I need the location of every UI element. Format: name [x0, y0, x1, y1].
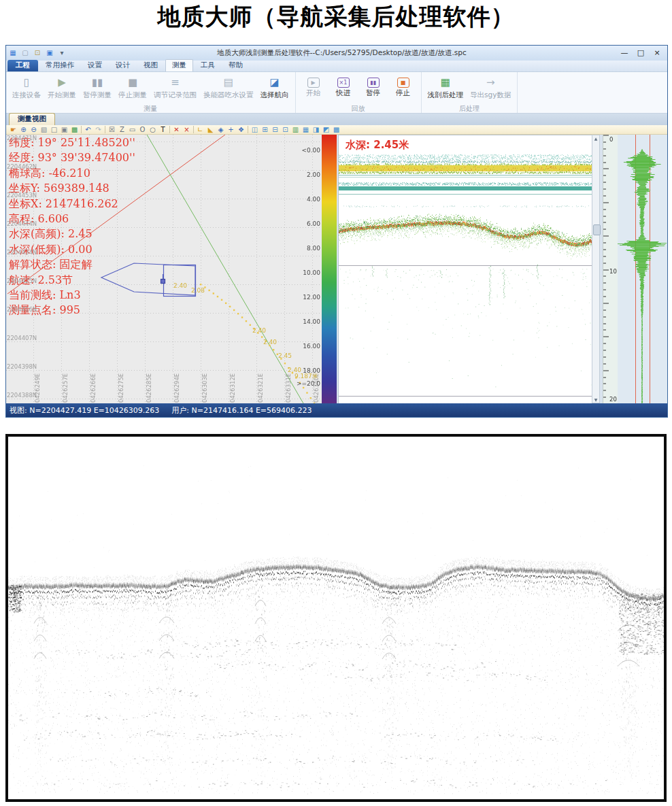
measure-angle-icon[interactable]: ∟ [195, 125, 205, 134]
layout-right-icon[interactable]: ◨ [311, 125, 321, 134]
draw-o-icon[interactable]: O [137, 125, 148, 134]
ruler-label: 10 [609, 268, 617, 275]
scroll-down-icon[interactable]: ▼ [592, 397, 599, 402]
quick-access-toolbar: ▦▢⊡▣▾ [6, 48, 67, 58]
zoom-in-icon[interactable]: ⊕ [18, 125, 29, 134]
map-view[interactable]: 纬度: 19° 25'11.48520'' 经度: 93° 39'39.4740… [6, 135, 322, 403]
ribbon-button-连接设备: ▯连接设备 [9, 73, 44, 101]
open-file-icon[interactable]: ⊡ [33, 48, 42, 58]
ribbon-tab-设计[interactable]: 设计 [110, 60, 136, 71]
ribbon-tab-常用操作[interactable]: 常用操作 [39, 60, 80, 71]
scrollbar-thumb[interactable] [593, 224, 601, 235]
marquee-select-icon[interactable]: ▧ [39, 125, 49, 134]
draw-rect-icon[interactable]: ▭ [127, 125, 137, 134]
easting-label: 0426331E [285, 375, 292, 403]
toolbar-separator [81, 126, 82, 133]
delete-selected-icon[interactable]: ✕ [171, 125, 182, 134]
redo-icon[interactable]: ↷ [93, 125, 103, 134]
ribbon-button-label: 调节记录范围 [154, 90, 197, 100]
echogram-canvas [339, 135, 592, 404]
easting-label: 0426294E [173, 375, 180, 403]
ribbon-button-快进[interactable]: ×1快进 [329, 73, 358, 99]
ribbon-button-暂停[interactable]: ▮▮暂停 [358, 73, 388, 99]
ribbon-tab-测量[interactable]: 测量 [165, 59, 193, 71]
colorbar-tick-label: <0.00 [293, 147, 320, 154]
layout-rows-icon[interactable]: ▥ [290, 125, 301, 134]
ribbon-tab-设置[interactable]: 设置 [82, 60, 108, 71]
new-file-icon[interactable]: ▢ [20, 48, 30, 58]
ribbon-button-选择航向[interactable]: ◪选择航向 [257, 73, 292, 101]
connect-device-icon: ▯ [24, 75, 29, 90]
ribbon-tab-row: 工程常用操作设置设计视图测量工具帮助 [6, 61, 667, 72]
undo-icon[interactable]: ↶ [83, 125, 93, 134]
ribbon-group-回放: ▶开始×1快进▮▮暂停■停止回放 [296, 72, 422, 113]
pause-icon: ▮▮ [367, 78, 380, 88]
layout-split-icon[interactable]: ◫ [250, 125, 260, 134]
ribbon-tab-工程[interactable]: 工程 [7, 60, 38, 71]
zoom-out-icon[interactable]: ⊖ [29, 125, 39, 134]
draw-z-icon[interactable]: Z [117, 125, 127, 134]
easting-label: 0426257E [62, 375, 69, 403]
ribbon: ▯连接设备▶开始测量▮▮暂停测量■停止测量≡调节记录范围▤换能器吃水设置◪选择航… [6, 72, 667, 114]
colorbar-tick-label: 4.00 [293, 196, 320, 203]
colorbar-tick-label: 16.00 [293, 343, 320, 350]
track-depth-label: 2.40 [252, 327, 266, 334]
pan-hand-icon[interactable]: ☛ [8, 125, 18, 134]
move-view-icon[interactable]: ❖ [236, 125, 246, 134]
export-sgy-icon: → [486, 75, 495, 90]
delete-all-icon[interactable]: × [182, 125, 192, 134]
draw-x-icon[interactable]: ☒ [107, 125, 117, 134]
ribbon-button-浅剖后处理[interactable]: ▦浅剖后处理 [424, 73, 467, 101]
ribbon-button-停止[interactable]: ■停止 [388, 73, 418, 99]
ribbon-group-label: 后处理 [424, 104, 515, 113]
northing-label: 2204416N [7, 306, 37, 313]
play-icon: ▶ [307, 78, 320, 88]
easting-label: 0426285E [146, 375, 152, 403]
layout-single-icon[interactable]: ⊡ [280, 125, 290, 134]
layout-cols-icon[interactable]: ▦ [301, 125, 311, 134]
ribbon-button-label: 连接设备 [12, 90, 41, 100]
center-target-icon[interactable]: + [226, 125, 236, 134]
ribbon-button-label: 选择航向 [261, 90, 289, 100]
layout-grid-icon[interactable]: ⊞ [260, 125, 270, 134]
colorbar-tick-label: 2.00 [293, 171, 320, 178]
window-controls: — □ × [617, 48, 667, 58]
image-view-icon[interactable]: ▩ [69, 125, 80, 134]
tab-survey-view[interactable]: 测量视图 [9, 113, 55, 125]
ribbon-button-label: 停止测量 [118, 90, 147, 100]
current-depth-label: 水深: 2.45米 [346, 139, 409, 152]
echogram-panel[interactable]: 水深: 2.45米 [338, 135, 592, 405]
ribbon-button-调节记录范围: ≡调节记录范围 [150, 73, 200, 101]
toolbar-separator [105, 126, 105, 133]
close-button[interactable]: × [650, 48, 665, 58]
window-view-icon[interactable]: ▣ [59, 125, 69, 134]
ribbon-group-测量: ▯连接设备▶开始测量▮▮暂停测量■停止测量≡调节记录范围▤换能器吃水设置◪选择航… [6, 72, 296, 113]
app-window: ▦▢⊡▣▾ 地质大师浅剖测量后处理软件--C:/Users/52795/Desk… [5, 45, 668, 418]
protractor-icon[interactable]: ◣ [205, 125, 216, 134]
ribbon-tab-工具[interactable]: 工具 [195, 60, 221, 71]
save-icon[interactable]: ▣ [45, 48, 54, 58]
layout-all-icon[interactable]: ▩ [331, 125, 341, 134]
qat-dropdown-icon[interactable]: ▾ [57, 48, 67, 58]
ribbon-button-label: 换能器吃水设置 [203, 90, 254, 100]
bookmark-icon[interactable]: ◈ [216, 125, 226, 134]
minimize-button[interactable]: — [617, 48, 632, 58]
layout-corner-icon[interactable]: ◩ [321, 125, 331, 134]
fit-extent-icon[interactable]: □ [49, 125, 59, 134]
ribbon-tab-视图[interactable]: 视图 [137, 60, 164, 71]
ribbon-button-label: 浅剖后处理 [428, 90, 464, 100]
ribbon-button-label: 导出sgy数据 [470, 90, 511, 100]
pause-survey-icon: ▮▮ [92, 75, 103, 90]
maximize-button[interactable]: □ [633, 48, 648, 58]
app-logo-icon[interactable]: ▦ [8, 48, 18, 58]
colorbar-tick-label: 14.00 [293, 318, 320, 325]
start-survey-icon: ▶ [58, 75, 66, 90]
ruler-label: 0 [609, 136, 613, 143]
window-title: 地质大师浅剖测量后处理软件--C:/Users/52795/Desktop/故道… [67, 48, 617, 58]
layout-horizontal-icon[interactable]: ⊟ [270, 125, 280, 134]
scroll-up-icon[interactable]: ▲ [592, 136, 599, 141]
draw-ellipse-icon[interactable]: ○ [148, 125, 158, 134]
text-tool-icon[interactable]: T [158, 125, 168, 134]
ribbon-tab-帮助[interactable]: 帮助 [222, 60, 249, 71]
echogram-scrollbar[interactable]: ▲ ▼ [592, 135, 600, 403]
